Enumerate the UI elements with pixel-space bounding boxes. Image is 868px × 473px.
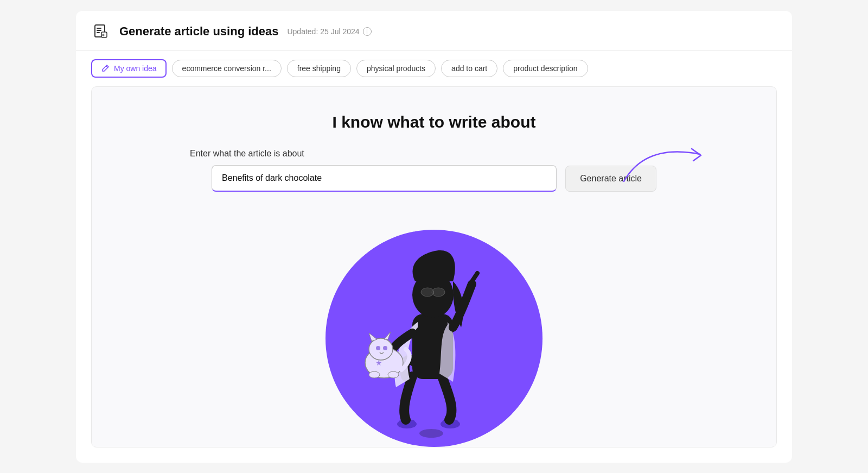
svg-point-7 — [419, 429, 443, 438]
svg-point-22 — [383, 346, 387, 350]
svg-point-25 — [388, 371, 399, 378]
svg-marker-20 — [384, 332, 391, 339]
input-row: Generate article — [212, 165, 656, 192]
tag-free-shipping[interactable]: free shipping — [287, 60, 351, 77]
curved-arrow-decoration — [613, 138, 711, 192]
tag-my-own-idea[interactable]: My own idea — [91, 59, 167, 78]
header: Generate article using ideas Updated: 25… — [76, 11, 792, 51]
tags-row: My own idea ecommerce conversion r... fr… — [76, 51, 792, 86]
tag-ecommerce-conversion[interactable]: ecommerce conversion r... — [172, 60, 282, 77]
tag-add-to-cart[interactable]: add to cart — [441, 60, 497, 77]
input-label: Enter what the article is about — [190, 149, 678, 159]
svg-point-21 — [376, 346, 380, 350]
svg-text:★: ★ — [375, 358, 382, 367]
svg-rect-1 — [97, 28, 101, 29]
page-container: Generate article using ideas Updated: 25… — [76, 11, 792, 463]
tag-product-description[interactable]: product description — [503, 60, 588, 77]
updated-label: Updated: 25 Jul 2024 — [287, 27, 359, 36]
input-section: Enter what the article is about Generate… — [190, 149, 678, 192]
pencil-icon — [101, 64, 110, 73]
character-illustration: ★ — [347, 219, 521, 447]
tag-physical-products[interactable]: physical products — [356, 60, 436, 77]
svg-point-18 — [369, 338, 393, 360]
svg-marker-19 — [369, 333, 377, 341]
svg-rect-3 — [97, 32, 100, 33]
main-content: I know what to write about Enter what th… — [91, 86, 777, 447]
content-heading: I know what to write about — [113, 113, 755, 131]
svg-rect-2 — [97, 30, 101, 31]
document-icon — [91, 22, 111, 41]
svg-point-24 — [369, 371, 380, 378]
info-icon[interactable]: i — [363, 27, 372, 36]
page-title: Generate article using ideas — [119, 24, 278, 39]
svg-rect-16 — [433, 291, 434, 294]
header-meta: Updated: 25 Jul 2024 i — [287, 27, 371, 36]
article-input[interactable] — [212, 165, 557, 192]
illustration-container: ★ — [113, 213, 755, 447]
